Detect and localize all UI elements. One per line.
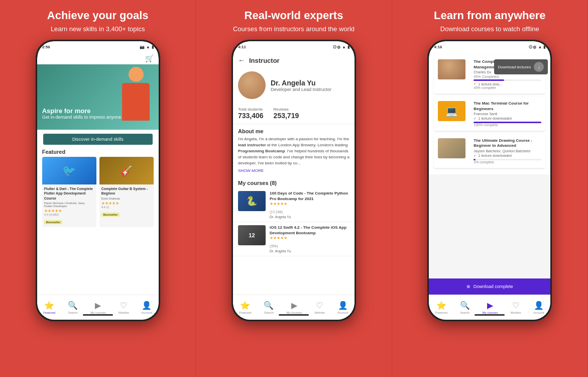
- nav2-account[interactable]: 👤 Account: [337, 301, 348, 314]
- course-name-1: Flutter & Dart - The Complete Flutter Ap…: [44, 186, 94, 200]
- check-icon-2: ✓: [474, 117, 477, 121]
- nav-mycourses[interactable]: ▶ My courses: [90, 301, 106, 314]
- instructor-role: Developer and Lead Instructor: [271, 87, 331, 92]
- nav3-featured[interactable]: ⭐ Featured: [435, 301, 447, 314]
- nav3-account[interactable]: 👤 Account: [533, 301, 544, 314]
- home-indicator-1: [83, 314, 113, 316]
- nav-account[interactable]: 👤 Account: [141, 301, 152, 314]
- nav-search-icon: 🔍: [68, 301, 78, 310]
- wifi-icon: ▲: [146, 45, 150, 49]
- hero-banner: Aspire for more Get in-demand skills to …: [37, 64, 159, 130]
- nav2-wishlist[interactable]: ♡ Wishlist: [314, 301, 325, 314]
- course-stars-p2: ★★★★★: [270, 236, 349, 240]
- nav2-mycourses-icon: ▶: [291, 301, 297, 310]
- course-author-p2: Dr. Angela Yu: [270, 249, 349, 253]
- nav2-account-label: Account: [337, 311, 348, 314]
- nav-featured-icon: ⭐: [44, 301, 54, 310]
- time-2: 4:11: [238, 45, 246, 49]
- show-more-link[interactable]: SHOW MORE: [238, 168, 349, 173]
- course-thumb-python: 🐍: [238, 191, 266, 211]
- nav-account-icon: 👤: [142, 301, 152, 310]
- course-name-p1: 100 Days of Code - The Complete Python P…: [270, 191, 349, 202]
- instructor-course-1[interactable]: 🐍 100 Days of Code - The Complete Python…: [233, 188, 355, 222]
- course-author-2: Erich Andreas: [101, 197, 152, 200]
- nav3-featured-label: Featured: [435, 311, 447, 314]
- nav2-search-label: Search: [264, 311, 274, 314]
- back-button[interactable]: ←: [238, 56, 245, 64]
- nav-mycourses-icon: ▶: [95, 301, 101, 310]
- toolbar-1: 🛒: [37, 52, 159, 64]
- avatar-image: [238, 71, 266, 99]
- settings-icon-3: ⚙: [528, 44, 536, 50]
- total-students-value: 733,406: [238, 112, 264, 120]
- bottom-nav-3: ⭐ Featured 🔍 Search ▶ My courses ♡ Wishl…: [429, 295, 550, 320]
- download-complete-bar: ⊕ Download complete: [429, 278, 550, 295]
- discover-button[interactable]: Discover in-demand skills: [43, 134, 153, 145]
- nav3-mycourses[interactable]: ▶ My courses: [483, 301, 498, 314]
- my-courses-title: My courses (8): [233, 177, 355, 188]
- nav-wishlist[interactable]: ♡ Wishlist: [119, 301, 129, 314]
- about-section: About me I'm Angela, I'm a developer wit…: [233, 124, 355, 177]
- download-tooltip: Download lectures ↓: [494, 59, 548, 74]
- course-thumb-drawing: [438, 138, 465, 158]
- course-thumb-terminal: 💻: [438, 101, 465, 121]
- total-students-label: Total students: [238, 107, 264, 112]
- status-icons-1: 📷 ▲ ▮: [140, 45, 154, 49]
- hero-text: Aspire for more Get in-demand skills to …: [42, 107, 122, 120]
- panel1-subtitle: Learn new skills in 3,400+ topics: [51, 25, 145, 33]
- download-course-1[interactable]: The Complete Product Management Course C…: [434, 55, 545, 94]
- instructor-course-2[interactable]: 12 iOS 12 Swift 4.2 - The Complete iOS A…: [233, 222, 355, 256]
- badge-2: Bestseller: [101, 213, 120, 217]
- nav3-search[interactable]: 🔍 Search: [460, 301, 470, 314]
- nav2-mycourses[interactable]: ▶ My courses: [286, 301, 302, 314]
- guitar-icon: 🎸: [120, 165, 133, 177]
- nav2-featured-label: Featured: [239, 311, 251, 314]
- course-author-p1: Dr. Angela Yu: [270, 215, 349, 219]
- progress-bar-fill-1: [474, 79, 504, 81]
- course-stars-p1: ★★★★★: [270, 202, 349, 206]
- ios-number: 12: [249, 233, 255, 238]
- nav2-search[interactable]: 🔍 Search: [264, 301, 274, 314]
- download-course-3[interactable]: The Ultimate Drawing Course - Beginner t…: [434, 134, 545, 168]
- panel3-title: Learn from anywhere: [434, 9, 546, 22]
- instructor-stats: Total students 733,406 Reviews 253,719: [233, 103, 355, 124]
- download-course-name-2: The Mac Terminal Course for Beginners: [474, 101, 541, 112]
- progress-bar-bg-1: [474, 79, 541, 81]
- course-thumb-ios: 12: [238, 225, 266, 245]
- course-card-2[interactable]: 🎸 Complete Guitar B System - Beginne Eri…: [99, 157, 154, 227]
- status-bar-3: 4:16 ⚙ ▲ ▮: [429, 41, 550, 52]
- nav2-featured-icon: ⭐: [240, 301, 250, 310]
- person-body: [122, 83, 150, 121]
- nav-wishlist-icon: ♡: [120, 301, 127, 310]
- home-indicator-3: [475, 314, 505, 316]
- nav-search-label: Search: [68, 311, 78, 314]
- nav3-search-icon: 🔍: [460, 301, 470, 310]
- course-card-1[interactable]: 🐦 Flutter & Dart - The Complete Flutter …: [42, 157, 96, 227]
- download-btn[interactable]: ↓: [534, 62, 544, 72]
- panel3-subtitle: Download courses to watch offline: [440, 25, 539, 33]
- status-icons-3: ⚙ ▲ ▮: [528, 44, 545, 50]
- nav-search[interactable]: 🔍 Search: [68, 301, 78, 314]
- nav2-wishlist-icon: ♡: [316, 301, 323, 310]
- course-thumb-2: 🎸: [99, 157, 154, 184]
- download-course-2[interactable]: 💻 The Mac Terminal Course for Beginners …: [434, 97, 545, 131]
- nav3-wishlist[interactable]: ♡ Wishlist: [510, 301, 521, 314]
- nav-featured[interactable]: ⭐ Featured: [43, 301, 55, 314]
- nav3-search-label: Search: [460, 311, 469, 314]
- rating-count-p2: (354): [270, 244, 278, 248]
- panel-achieve: Achieve your goals Learn new skills in 3…: [0, 0, 196, 377]
- person-head: [129, 67, 144, 82]
- nav2-account-icon: 👤: [338, 301, 348, 310]
- download-author-2: Francese Santi: [474, 112, 541, 116]
- nav3-mycourses-icon: ▶: [487, 301, 493, 310]
- hero-person: [116, 67, 156, 127]
- download-courses-list: The Complete Product Management Course C…: [429, 52, 550, 174]
- cart-icon[interactable]: 🛒: [145, 54, 154, 62]
- time-3: 4:16: [434, 45, 442, 49]
- nav-featured-label: Featured: [43, 311, 55, 314]
- download-complete-text: Download complete: [474, 284, 513, 289]
- download-complete-icon: ⊕: [466, 284, 471, 289]
- battery-icon-3: ▮: [543, 45, 545, 49]
- bottom-nav-1: ⭐ Featured 🔍 Search ▶ My courses ♡ Wishl…: [37, 295, 159, 320]
- nav2-featured[interactable]: ⭐ Featured: [239, 301, 251, 314]
